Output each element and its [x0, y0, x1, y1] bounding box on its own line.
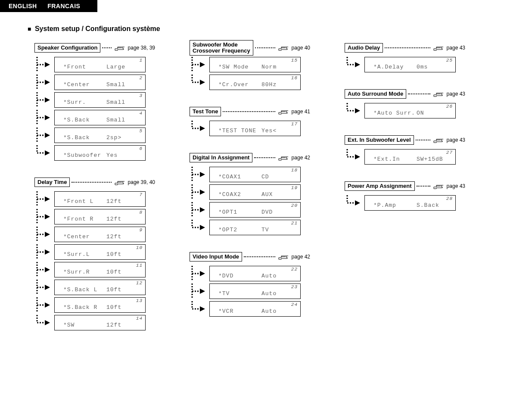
step-number: 28 — [446, 196, 453, 201]
block-header: Digital In Assignment page 42 — [190, 151, 310, 164]
lcd-param-value: ON — [417, 110, 424, 116]
lcd-param-name: *Center — [63, 234, 90, 240]
lcd-param-value: SW+15dB — [417, 156, 443, 162]
flow-arrow-icon — [34, 244, 52, 260]
menu-item-row: 19*COAX2AUX — [190, 184, 310, 200]
menu-item-row: 17*TEST TONEYes< — [190, 121, 310, 136]
lang-francais[interactable]: FRANCAIS — [47, 3, 80, 9]
menu-block: Power Amp Assignment page 43 28*P.AmpS.B… — [345, 180, 465, 213]
svg-marker-45 — [45, 320, 50, 325]
menu-block: Test Tone page 41 17*TEST TONEYes< — [190, 105, 310, 138]
step-number: 1 — [139, 58, 143, 63]
lcd-display: 2*CenterSmall — [54, 75, 146, 90]
block-header: Delay Time page 39, 40 — [34, 176, 155, 189]
items-area: 26*Auto Surr.ON — [345, 103, 465, 118]
block-label: Subwoofer Mode Crossover Frequency — [190, 40, 253, 56]
lcd-param-value: AUX — [261, 191, 273, 198]
lcd-param-value: Small — [106, 99, 125, 106]
lcd-param-name: *P.Amp — [373, 202, 396, 209]
svg-marker-66 — [200, 190, 205, 195]
menu-item-row: 14*SW12ft — [34, 315, 155, 330]
menu-block: Delay Time page 39, 40 7*Front L12ft 8*F… — [34, 176, 155, 333]
lcd-display: 13*S.Back R10ft — [54, 297, 146, 313]
step-number: 27 — [446, 150, 453, 155]
menu-item-row: 4*S.BackSmall — [34, 110, 155, 125]
svg-marker-39 — [45, 285, 50, 290]
lcd-display: 19*COAX2AUX — [209, 184, 301, 200]
menu-item-row: 9*Center12ft — [34, 227, 155, 242]
hand-pointer-icon — [278, 253, 289, 260]
section-title-text: System setup / Configuration système — [35, 25, 160, 32]
block-label: Auto Surround Mode — [345, 89, 406, 99]
items-area: 18*COAX1CD 19*COAX2AUX 20*OPT1DVD 21*OPT… — [190, 167, 310, 235]
lcd-param-value: Large — [106, 64, 125, 70]
svg-marker-50 — [200, 62, 205, 67]
lcd-display: 15*SW ModeNorm — [209, 57, 301, 72]
lcd-param-value: 10ft — [106, 251, 121, 258]
lcd-param-value: CD — [261, 174, 269, 180]
lcd-display: 1*FrontLarge — [54, 57, 146, 72]
lcd-param-name: *Subwoofer — [63, 152, 101, 159]
menu-item-row: 24*VCRAuto — [190, 301, 310, 317]
step-number: 14 — [136, 316, 143, 321]
page-reference: page 40 — [292, 45, 310, 51]
svg-marker-7 — [45, 80, 50, 85]
menu-item-row: 16*Cr.Over80Hz — [190, 75, 310, 90]
menu-item-row: 13*S.Back R10ft — [34, 297, 155, 313]
svg-marker-58 — [200, 126, 205, 131]
lcd-param-name: *S.Back R — [63, 304, 97, 311]
lcd-display: 9*Center12ft — [54, 227, 146, 242]
step-number: 25 — [446, 58, 453, 63]
items-area: 27*Ext.InSW+15dB — [345, 149, 465, 165]
flow-arrow-icon — [34, 227, 52, 242]
lcd-param-name: *Cr.Over — [218, 81, 249, 88]
block-header: Ext. In Subwoofer Level page 43 — [345, 134, 465, 146]
flow-arrow-icon — [190, 57, 207, 72]
step-number: 13 — [136, 298, 143, 303]
flow-arrow-icon — [34, 191, 52, 207]
menu-item-row: 11*Surr.R10ft — [34, 262, 155, 277]
lcd-display: 8*Front R12ft — [54, 209, 146, 224]
menu-item-row: 7*Front L12ft — [34, 191, 155, 207]
page-reference: page 42 — [292, 155, 310, 161]
lcd-param-name: *S.Back — [63, 134, 90, 141]
flow-arrow-icon — [190, 283, 207, 299]
page-reference: page 43 — [447, 137, 465, 143]
block-label: Delay Time — [34, 177, 70, 187]
flow-arrow-icon — [190, 220, 207, 235]
step-number: 8 — [139, 210, 143, 215]
step-number: 15 — [291, 58, 298, 63]
flow-arrow-icon — [34, 209, 52, 224]
lcd-param-name: *COAX1 — [218, 174, 241, 180]
step-number: 18 — [291, 168, 298, 173]
flow-arrow-icon — [34, 128, 52, 143]
svg-marker-53 — [200, 80, 205, 85]
step-number: 6 — [139, 146, 143, 151]
step-number: 22 — [291, 267, 298, 272]
menu-block: Ext. In Subwoofer Level page 43 27*Ext.I… — [345, 134, 465, 167]
lcd-param-value: S.Back — [417, 202, 439, 209]
menu-item-row: 23*TVAuto — [190, 283, 310, 299]
dotted-leader — [244, 256, 275, 257]
flow-arrow-icon — [190, 75, 207, 90]
svg-marker-4 — [45, 62, 50, 67]
lcd-display: 18*COAX1CD — [209, 167, 301, 182]
hand-pointer-icon — [114, 44, 125, 51]
lcd-param-value: Auto — [261, 308, 277, 314]
flow-arrow-icon — [190, 167, 207, 182]
step-number: 16 — [291, 75, 298, 81]
step-number: 20 — [291, 203, 298, 208]
menu-item-row: 25*A.Delay0ms — [345, 57, 465, 72]
step-number: 24 — [291, 302, 298, 307]
lcd-param-value: 0ms — [417, 64, 428, 70]
menu-item-row: 5*S.Back2sp> — [34, 128, 155, 143]
lang-english[interactable]: ENGLISH — [9, 3, 37, 9]
menu-item-row: 10*Surr.L10ft — [34, 244, 155, 260]
menu-block: Digital In Assignment page 42 18*COAX1CD… — [190, 151, 310, 237]
square-bullet-icon: ■ — [28, 25, 31, 32]
columns-container: Speaker Configuration page 38, 39 1*Fron… — [0, 41, 532, 350]
svg-marker-93 — [355, 108, 360, 113]
lcd-param-name: *Front R — [63, 216, 93, 222]
lcd-param-value: 10ft — [106, 269, 121, 275]
lcd-param-value: DVD — [261, 209, 273, 215]
